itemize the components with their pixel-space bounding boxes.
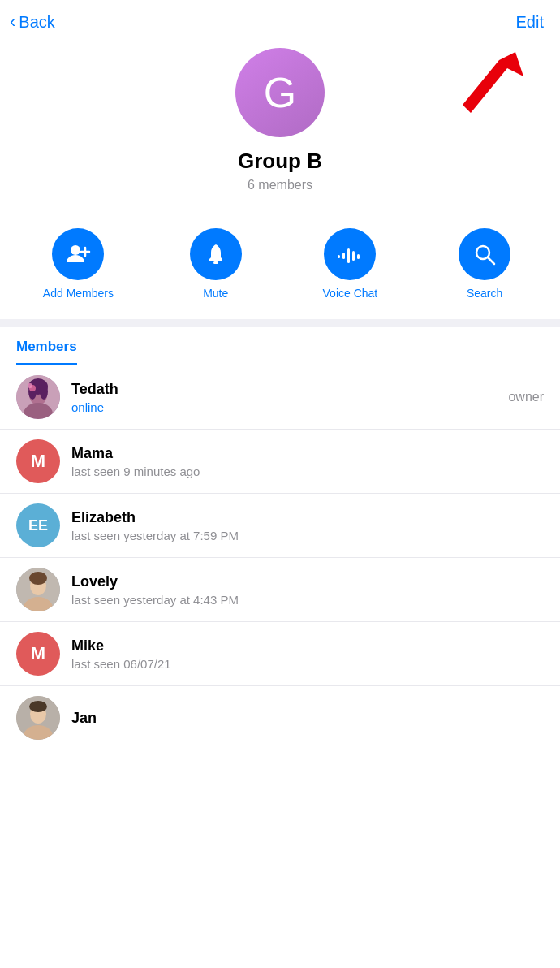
group-name: Group B bbox=[238, 149, 322, 174]
members-section: Members bbox=[0, 327, 560, 750]
mute-button[interactable]: Mute bbox=[183, 228, 248, 300]
mute-label: Mute bbox=[203, 287, 228, 300]
members-tab-row: Members bbox=[0, 327, 560, 365]
search-button[interactable]: Search bbox=[452, 228, 517, 300]
member-status: last seen 06/07/21 bbox=[71, 657, 544, 671]
svg-point-20 bbox=[28, 383, 32, 388]
member-status: online bbox=[71, 400, 497, 414]
search-label: Search bbox=[467, 287, 502, 300]
actions-row: Add Members Mute Voice Chat bbox=[0, 212, 560, 319]
profile-section: G Group B 6 members bbox=[0, 40, 560, 212]
svg-point-25 bbox=[29, 572, 47, 585]
avatar-initial: M bbox=[31, 451, 45, 472]
voice-chat-label: Voice Chat bbox=[323, 287, 378, 300]
avatar: EE bbox=[16, 503, 60, 547]
member-name: Jan bbox=[71, 710, 544, 727]
member-name: Mike bbox=[71, 637, 544, 655]
edit-button[interactable]: Edit bbox=[516, 13, 544, 32]
group-avatar: G bbox=[235, 48, 325, 137]
add-members-icon-circle bbox=[52, 228, 104, 280]
member-info: Mike last seen 06/07/21 bbox=[71, 637, 544, 671]
voice-chat-button[interactable]: Voice Chat bbox=[317, 228, 382, 300]
avatar-initial: M bbox=[31, 643, 45, 664]
member-info: Jan bbox=[71, 710, 544, 727]
svg-marker-0 bbox=[463, 52, 523, 113]
member-role: owner bbox=[508, 390, 544, 404]
list-item[interactable]: Lovely last seen yesterday at 4:43 PM bbox=[0, 558, 560, 622]
list-item[interactable]: Tedath online owner bbox=[0, 365, 560, 430]
svg-rect-4 bbox=[213, 261, 218, 264]
list-item[interactable]: Jan bbox=[0, 686, 560, 750]
member-info: Lovely last seen yesterday at 4:43 PM bbox=[71, 573, 544, 607]
svg-rect-9 bbox=[338, 255, 340, 258]
member-count: 6 members bbox=[248, 178, 312, 192]
avatar bbox=[16, 696, 60, 740]
member-info: Elizabeth last seen yesterday at 7:59 PM bbox=[71, 509, 544, 542]
member-status: last seen 9 minutes ago bbox=[71, 465, 544, 478]
members-title: Members bbox=[16, 339, 77, 354]
member-info: Mama last seen 9 minutes ago bbox=[71, 445, 544, 478]
svg-point-1 bbox=[71, 245, 80, 255]
add-members-label: Add Members bbox=[43, 287, 114, 300]
svg-rect-7 bbox=[352, 251, 355, 261]
svg-rect-5 bbox=[342, 253, 345, 259]
svg-rect-6 bbox=[347, 248, 350, 263]
avatar: M bbox=[16, 439, 60, 483]
arrow-annotation bbox=[454, 48, 519, 113]
avatar bbox=[16, 568, 60, 611]
list-item[interactable]: M Mike last seen 06/07/21 bbox=[0, 622, 560, 686]
member-name: Mama bbox=[71, 445, 544, 462]
search-icon-circle bbox=[459, 228, 510, 280]
svg-point-30 bbox=[29, 701, 47, 712]
svg-line-11 bbox=[488, 257, 494, 264]
back-label: Back bbox=[19, 13, 54, 32]
mute-icon-circle bbox=[190, 228, 242, 280]
avatar: M bbox=[16, 632, 60, 676]
list-item[interactable]: M Mama last seen 9 minutes ago bbox=[0, 430, 560, 494]
member-info: Tedath online bbox=[71, 381, 497, 414]
section-divider bbox=[0, 319, 560, 327]
add-members-button[interactable]: Add Members bbox=[43, 228, 114, 300]
header: ‹ Back Edit bbox=[0, 0, 560, 40]
avatar-initial: EE bbox=[28, 517, 48, 534]
back-chevron-icon: ‹ bbox=[10, 13, 15, 31]
list-item[interactable]: EE Elizabeth last seen yesterday at 7:59… bbox=[0, 494, 560, 558]
avatar bbox=[16, 375, 60, 419]
member-name: Lovely bbox=[71, 573, 544, 590]
svg-rect-8 bbox=[357, 254, 360, 259]
avatar-letter: G bbox=[264, 68, 296, 117]
member-status: last seen yesterday at 7:59 PM bbox=[71, 529, 544, 542]
member-name: Elizabeth bbox=[71, 509, 544, 526]
member-status: last seen yesterday at 4:43 PM bbox=[71, 593, 544, 607]
members-header-wrapper: Members bbox=[0, 327, 560, 365]
svg-point-18 bbox=[40, 383, 48, 400]
members-tab[interactable]: Members bbox=[16, 327, 77, 365]
back-button[interactable]: ‹ Back bbox=[10, 13, 55, 32]
voice-chat-icon-circle bbox=[324, 228, 376, 280]
member-name: Tedath bbox=[71, 381, 497, 398]
